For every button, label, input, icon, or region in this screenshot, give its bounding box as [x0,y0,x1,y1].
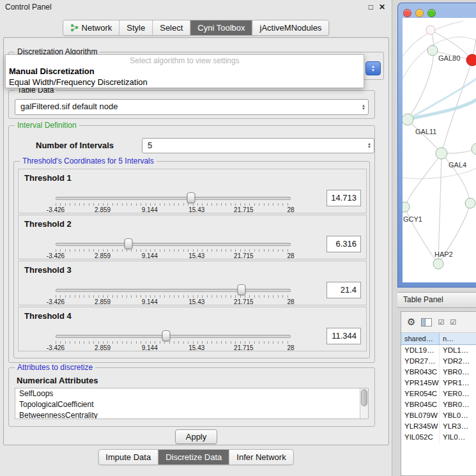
network-tab-icon [70,24,79,32]
column-header-shared-name[interactable]: shared… [401,333,440,344]
cell: YBR045C [401,399,440,410]
columns-icon[interactable] [421,318,432,326]
close-traffic-light[interactable] [403,9,411,17]
network-node-gcy1[interactable] [403,202,410,212]
threshold-panel-2: Threshold 2 -3.4262.8599.14415.4321.7152… [18,215,367,259]
table-body: YDL19…YDL1… YDR27…YDR2… YBR043CYBR0… YPR… [401,345,476,443]
table-header-row: shared… n… [401,333,476,345]
list-scrollbar[interactable] [360,388,368,418]
table-row[interactable]: YIL052CYIL0… [401,432,476,443]
threshold-slider-1[interactable]: -3.4262.8599.14415.4321.71528 [56,192,291,214]
cell: YIL052C [401,432,440,443]
dropdown-option-equal-width[interactable]: Equal Width/Frequency Discretization [6,77,364,88]
threshold-slider-2[interactable]: -3.4262.8599.14415.4321.71528 [56,238,291,260]
network-node-gal80[interactable] [427,45,438,56]
tab-impute-data[interactable]: Impute Data [98,450,158,464]
network-node-selected-red[interactable] [466,54,476,66]
threshold-value-field[interactable]: 21.4 [326,282,361,298]
select-none-checkbox-icon[interactable]: ☑ [450,318,456,326]
cell: YIL0… [440,432,476,443]
cell: YPR1… [440,378,476,388]
slider-ticks [56,295,291,298]
table-panel-header[interactable]: Table Panel [397,292,476,308]
threshold-value-field[interactable]: 11.344 [326,328,361,344]
column-header-name[interactable]: n… [440,333,476,344]
threshold-label: Threshold 4 [24,311,72,321]
list-item[interactable]: TopologicalCoefficient [15,399,368,410]
list-item[interactable]: SelfLoops [15,388,368,399]
tab-select[interactable]: Select [153,20,190,35]
tab-jactivemodules[interactable]: jActiveMNodules [253,20,329,35]
slider-track[interactable] [56,243,291,246]
network-node[interactable] [472,143,476,155]
group-label: Threshold's Coordinates for 5 Intervals [20,157,157,166]
float-icon[interactable]: □ [369,0,373,14]
tab-discretize-data[interactable]: Discretize Data [158,450,229,464]
node-label: GAL80 [438,54,460,62]
network-node-gal4[interactable] [436,148,447,159]
tick-labels: -3.4262.8599.14415.4321.71528 [56,206,291,214]
stepper-down-icon: ▼ [371,68,375,72]
attributes-group: Attributes to discretize Numerical Attri… [8,367,375,427]
cell: YDL1… [440,345,476,356]
tab-label: Style [127,23,145,33]
group-label: Interval Definition [15,121,79,130]
number-of-intervals-combo[interactable]: 5 ▲▼ [142,138,374,153]
select-all-checkbox-icon[interactable]: ☑ [438,318,444,326]
slider-thumb[interactable] [187,192,196,203]
table-row[interactable]: YBL079WYBL0… [401,410,476,421]
slider-ticks [56,203,291,206]
slider-track[interactable] [56,289,291,292]
threshold-value-field[interactable]: 6.316 [326,236,361,252]
tab-infer-network[interactable]: Infer Network [229,450,293,464]
tab-label: jActiveMNodules [260,23,322,33]
slider-thumb[interactable] [125,238,133,249]
slider-track[interactable] [56,197,291,200]
network-view-window: GAL80 GAL11 GAL4 GCY1 HAP2 [397,3,476,288]
apply-button[interactable]: Apply [175,429,217,444]
slider-thumb[interactable] [162,330,170,341]
control-panel-window: Control Panel □ ✕ Network Style Select C… [0,0,392,476]
tab-network[interactable]: Network [63,20,120,35]
network-canvas[interactable]: GAL80 GAL11 GAL4 GCY1 HAP2 [403,18,476,282]
network-node[interactable] [465,198,475,208]
cell: YBL079W [401,410,440,421]
table-row[interactable]: YDR27…YDR2… [401,356,476,367]
table-row[interactable]: YPR145WYPR1… [401,378,476,388]
cell: YLR3… [440,421,476,432]
table-row[interactable]: YBR043CYBR0… [401,367,476,378]
network-node-hap2[interactable] [433,259,443,269]
dropdown-option-manual[interactable]: Manual Discretization [6,66,364,77]
threshold-slider-4[interactable]: -3.4262.8599.14415.4321.71528 [56,330,291,352]
table-row[interactable]: YLR345WYLR3… [401,421,476,432]
interval-definition-group: Interval Definition Number of Intervals … [8,125,375,363]
tab-cyni-toolbox[interactable]: Cyni Toolbox [190,20,252,35]
app-root: Control Panel □ ✕ Network Style Select C… [0,0,476,476]
close-icon[interactable]: ✕ [379,0,385,14]
table-row[interactable]: YDL19…YDL1… [401,345,476,356]
zoom-traffic-light[interactable] [427,9,436,17]
cell: YBL0… [440,410,476,421]
bottom-tab-bar: Impute Data Discretize Data Infer Networ… [98,449,293,465]
network-node[interactable] [426,26,435,35]
slider-thumb[interactable] [237,284,245,295]
minimize-traffic-light[interactable] [415,9,424,17]
attributes-list[interactable]: SelfLoops TopologicalCoefficient Between… [15,388,369,419]
threshold-value-field[interactable]: 14.713 [326,190,361,206]
table-row[interactable]: YBR045CYBR0… [401,399,476,410]
network-edges [404,30,476,264]
list-item[interactable]: BetweennessCentrality [15,410,368,419]
threshold-slider-3[interactable]: -3.4262.8599.14415.4321.71528 [56,284,291,306]
table-data-combo[interactable]: galFiltered.sif default node ▲▼ [15,99,369,115]
table-row[interactable]: YER054CYER0… [401,388,476,399]
node-label: GAL11 [415,128,436,135]
slider-track[interactable] [56,335,291,338]
network-node-gal11[interactable] [403,114,413,125]
scrollbar-thumb[interactable] [361,389,367,406]
gear-icon[interactable]: ⚙ [407,316,415,328]
tab-style[interactable]: Style [119,20,153,35]
tab-label: Discretize Data [165,452,222,462]
combo-value: galFiltered.sif default node [20,102,118,111]
threshold-label: Threshold 3 [24,265,72,275]
algorithm-combo-stepper[interactable]: ▲ ▼ [365,61,381,75]
